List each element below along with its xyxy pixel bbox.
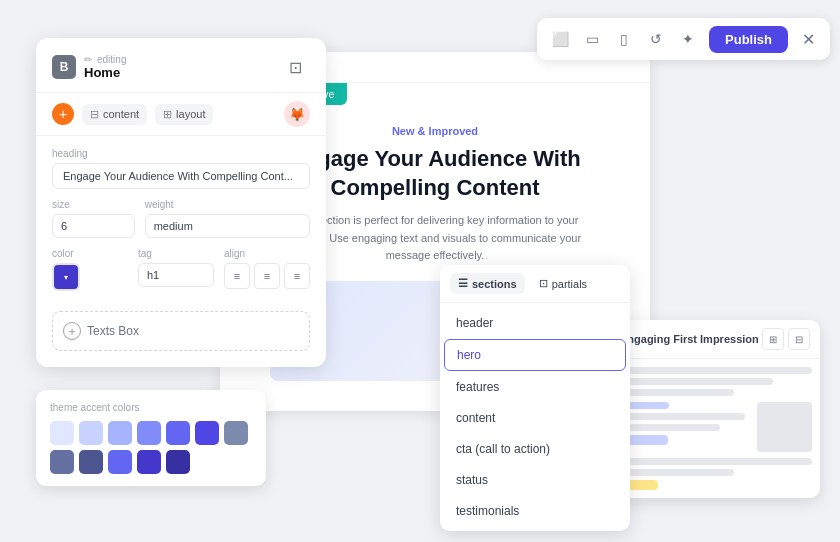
add-element-button[interactable]: + bbox=[52, 103, 74, 125]
section-item-content[interactable]: content bbox=[444, 403, 626, 433]
avatar: 🦊 bbox=[284, 101, 310, 127]
section-item-features[interactable]: features bbox=[444, 372, 626, 402]
skeleton-line bbox=[618, 458, 812, 465]
preview-panel: Engaging First Impression ⊞ ⊟ bbox=[610, 320, 820, 498]
swatch-12[interactable] bbox=[166, 450, 190, 474]
mobile-icon-btn[interactable]: ▯ bbox=[609, 24, 639, 54]
section-item-cta[interactable]: cta (call to action) bbox=[444, 434, 626, 464]
history-icon-btn[interactable]: ↺ bbox=[641, 24, 671, 54]
tab-sections[interactable]: ☰ sections bbox=[450, 273, 525, 294]
skeleton-line bbox=[618, 413, 745, 420]
pencil-icon: ✏ bbox=[84, 54, 92, 65]
publish-button[interactable]: Publish bbox=[709, 26, 788, 53]
tab-sections-label: sections bbox=[472, 278, 517, 290]
swatch-11[interactable] bbox=[137, 450, 161, 474]
left-panel-header: B ✏ editing Home ⊡ bbox=[36, 38, 326, 93]
star-icon-btn[interactable]: ✦ bbox=[673, 24, 703, 54]
partials-icon: ⊡ bbox=[539, 277, 548, 290]
weight-select[interactable]: mediumboldlight bbox=[145, 214, 310, 238]
tab-partials-label: partials bbox=[552, 278, 587, 290]
align-label: align bbox=[224, 248, 310, 259]
section-item-header[interactable]: header bbox=[444, 308, 626, 338]
skeleton-img bbox=[757, 402, 812, 452]
sections-tabs: ☰ sections ⊡ partials bbox=[440, 265, 630, 303]
preview-icon-buttons: ⊞ ⊟ bbox=[762, 328, 810, 350]
page-icon-btn[interactable]: ⊡ bbox=[280, 52, 310, 82]
skeleton-line bbox=[618, 389, 734, 396]
swatch-5[interactable] bbox=[166, 421, 190, 445]
left-panel-tabs: + ⊟ content ⊞ layout 🦊 bbox=[36, 93, 326, 136]
section-item-testimonials[interactable]: testimonials bbox=[444, 496, 626, 526]
align-left-button[interactable]: ≡ bbox=[224, 263, 250, 289]
swatch-6[interactable] bbox=[195, 421, 219, 445]
layout-tab[interactable]: ⊞ layout bbox=[155, 104, 213, 125]
heading-input[interactable] bbox=[52, 163, 310, 189]
weight-label: weight bbox=[145, 199, 310, 210]
texts-box-button[interactable]: + Texts Box bbox=[52, 311, 310, 351]
tablet-icon-btn[interactable]: ▭ bbox=[577, 24, 607, 54]
content-icon: ⊟ bbox=[90, 108, 99, 121]
caret-icon: ▾ bbox=[64, 273, 68, 282]
preview-row bbox=[618, 402, 812, 452]
skeleton-line bbox=[618, 424, 720, 431]
skeleton-line bbox=[618, 367, 812, 374]
color-swatch[interactable]: ▾ bbox=[52, 263, 80, 291]
swatch-4[interactable] bbox=[137, 421, 161, 445]
panel-body: heading size 645 weight mediumboldlight … bbox=[36, 136, 326, 303]
swatch-3[interactable] bbox=[108, 421, 132, 445]
plus-circle-icon: + bbox=[63, 322, 81, 340]
layout-tab-label: layout bbox=[176, 108, 205, 120]
swatch-2[interactable] bbox=[79, 421, 103, 445]
section-list: header hero features content cta (call t… bbox=[440, 303, 630, 531]
tab-partials[interactable]: ⊡ partials bbox=[531, 273, 595, 294]
editing-label: editing bbox=[97, 54, 126, 65]
skeleton-line bbox=[618, 469, 734, 476]
theme-panel: theme accent colors bbox=[36, 390, 266, 486]
swatch-9[interactable] bbox=[79, 450, 103, 474]
theme-title: theme accent colors bbox=[50, 402, 252, 413]
align-right-button[interactable]: ≡ bbox=[284, 263, 310, 289]
content-tab[interactable]: ⊟ content bbox=[82, 104, 147, 125]
top-toolbar: ⬜ ▭ ▯ ↺ ✦ Publish ✕ bbox=[537, 18, 830, 60]
size-label: size bbox=[52, 199, 135, 210]
theme-color-swatches bbox=[50, 421, 252, 474]
skeleton-block-1 bbox=[618, 367, 812, 396]
layout-icon-btn[interactable]: ⬜ bbox=[545, 24, 575, 54]
layout-icon: ⊞ bbox=[163, 108, 172, 121]
sections-panel: ☰ sections ⊡ partials header hero featur… bbox=[440, 265, 630, 531]
left-panel: B ✏ editing Home ⊡ + ⊟ content ⊞ layout … bbox=[36, 38, 326, 367]
size-select[interactable]: 645 bbox=[52, 214, 135, 238]
section-item-status[interactable]: status bbox=[444, 465, 626, 495]
preview-row-2 bbox=[618, 458, 812, 490]
swatch-10[interactable] bbox=[108, 450, 132, 474]
color-label: color bbox=[52, 248, 128, 259]
swatch-7[interactable] bbox=[224, 421, 248, 445]
swatch-1[interactable] bbox=[50, 421, 74, 445]
content-tab-label: content bbox=[103, 108, 139, 120]
tag-label: tag bbox=[138, 248, 214, 259]
align-center-button[interactable]: ≡ bbox=[254, 263, 280, 289]
preview-title: Engaging First Impression bbox=[620, 333, 759, 345]
preview-grid-btn[interactable]: ⊞ bbox=[762, 328, 784, 350]
editing-title: Home bbox=[84, 65, 126, 80]
preview-body bbox=[610, 359, 820, 498]
tag-select[interactable]: h1h2h3 bbox=[138, 263, 214, 287]
texts-box-label: Texts Box bbox=[87, 324, 139, 338]
preview-col-left bbox=[618, 402, 745, 445]
section-item-hero[interactable]: hero bbox=[444, 339, 626, 371]
preview-list-btn[interactable]: ⊟ bbox=[788, 328, 810, 350]
swatch-8[interactable] bbox=[50, 450, 74, 474]
sections-icon: ☰ bbox=[458, 277, 468, 290]
align-buttons: ≡ ≡ ≡ bbox=[224, 263, 310, 289]
heading-field-label: heading bbox=[52, 148, 310, 159]
b-badge: B bbox=[52, 55, 76, 79]
preview-header: Engaging First Impression ⊞ ⊟ bbox=[610, 320, 820, 359]
close-button[interactable]: ✕ bbox=[794, 25, 822, 53]
skeleton-line bbox=[618, 378, 773, 385]
